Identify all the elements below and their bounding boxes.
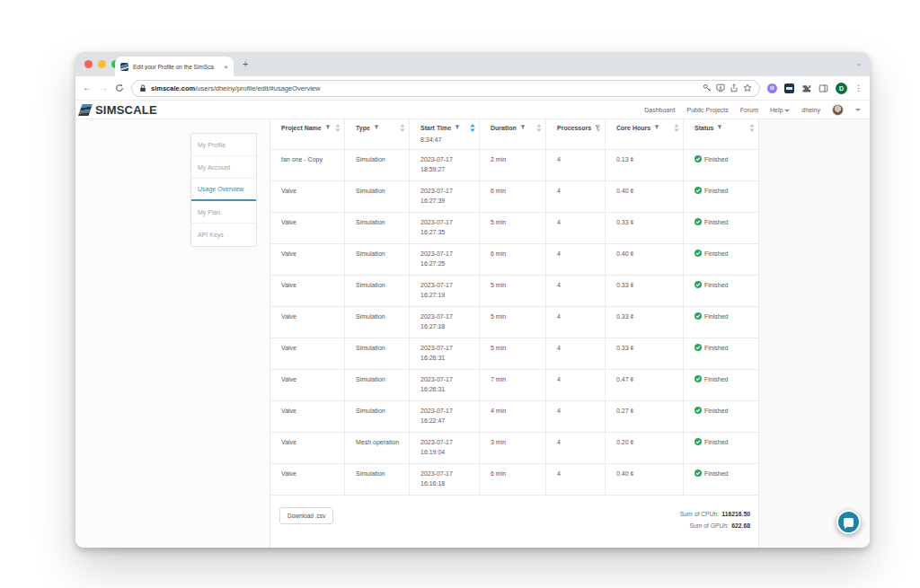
cell-project: Valve <box>270 276 345 306</box>
extension-purple-icon[interactable] <box>767 83 777 93</box>
finished-check-icon <box>694 470 702 477</box>
right-pane <box>759 119 870 548</box>
status-label: Finished <box>704 154 728 164</box>
cell-core-hours: 0.33 ¢ <box>606 307 684 338</box>
nav-dashboard[interactable]: Dashboard <box>644 107 675 113</box>
cell-duration: 7 min <box>480 370 546 400</box>
finished-check-icon <box>694 438 702 445</box>
sidebar-item[interactable]: My Plan <box>191 201 256 224</box>
tab-close-icon[interactable]: × <box>224 63 228 71</box>
forward-button[interactable]: → <box>99 83 108 92</box>
column-label: Duration <box>491 125 517 131</box>
tab-search-chevron-icon[interactable]: ⌄ <box>855 59 862 67</box>
finished-check-icon <box>694 312 702 320</box>
filter-funnel-icon[interactable] <box>520 125 526 130</box>
browser-tab[interactable]: Edit your Profile on the SimSca × <box>115 57 234 76</box>
cell-core-hours: 0.13 ¢ <box>606 150 684 180</box>
chrome-profile-avatar[interactable]: D <box>836 83 847 94</box>
cell-project: Valve <box>270 244 345 275</box>
back-button[interactable]: ← <box>83 83 92 92</box>
cell-duration: 6 min <box>480 181 546 212</box>
sidebar-item[interactable]: My Profile <box>191 134 256 156</box>
cell-duration: 6 min <box>480 244 546 275</box>
cell-core-hours <box>606 136 684 149</box>
cell-status: Finished <box>684 150 758 180</box>
left-pane: My Profile My Account Usage Overview My … <box>75 119 270 548</box>
table-footer: Download .csv Sum of CPUh:116216.50 Sum … <box>270 496 758 548</box>
profile-sidebar: My Profile My Account Usage Overview My … <box>190 133 257 247</box>
column-label: Project Name <box>281 125 322 131</box>
cell-duration: 2 min <box>480 150 546 180</box>
column-header[interactable]: Duration <box>480 119 546 136</box>
column-header[interactable]: Core Hours <box>606 119 684 136</box>
start-clock: 18:59:27 <box>420 164 473 174</box>
extensions-puzzle-icon[interactable] <box>801 83 811 93</box>
table-row: fan one - Copy Simulation 2023-07-17 18:… <box>270 150 758 181</box>
cell-type: Simulation <box>345 464 410 495</box>
sort-arrows-icon[interactable] <box>470 124 475 132</box>
filter-funnel-icon[interactable] <box>455 125 460 130</box>
cell-start-time: 2023-07-17 16:27:25 <box>410 244 480 275</box>
side-panel-icon[interactable] <box>818 83 828 93</box>
minimize-window-button[interactable] <box>98 60 106 68</box>
sidebar-item[interactable]: My Account <box>191 156 256 179</box>
filter-funnel-icon[interactable] <box>325 125 331 130</box>
column-header[interactable]: Start Time <box>410 119 480 136</box>
password-key-icon[interactable] <box>703 83 712 92</box>
start-clock: 16:26:31 <box>420 384 473 394</box>
column-header[interactable]: Status <box>684 119 758 136</box>
address-bar[interactable]: simscale.com/users/dheiny/profile/edit/#… <box>131 80 760 97</box>
start-date: 2023-07-17 <box>420 437 473 447</box>
cell-processors: 4 <box>546 244 606 275</box>
filter-funnel-icon[interactable] <box>717 125 722 130</box>
sort-arrows-icon[interactable] <box>536 124 542 132</box>
cell-core-hours: 0.20 ¢ <box>606 433 684 463</box>
install-app-icon[interactable] <box>716 83 725 92</box>
column-header[interactable]: Type <box>345 119 410 136</box>
account-chevron-down-icon[interactable] <box>855 109 861 111</box>
nav-help[interactable]: Help <box>770 107 790 113</box>
start-clock: 16:27:35 <box>420 227 473 237</box>
finished-check-icon <box>694 187 702 194</box>
finished-check-icon <box>694 344 702 351</box>
table-row: Valve Simulation 2023-07-17 16:27:25 6 m… <box>270 244 758 276</box>
column-header[interactable]: Processors <box>546 119 606 136</box>
start-clock: 16:16:18 <box>420 478 473 488</box>
finished-check-icon <box>694 375 702 382</box>
new-tab-button[interactable]: + <box>243 57 248 71</box>
filter-funnel-icon[interactable] <box>374 125 379 130</box>
sidebar-item[interactable]: Usage Overview <box>191 179 256 201</box>
chrome-menu-icon[interactable]: ⋮ <box>854 83 862 92</box>
nav-public-projects[interactable]: Public Projects <box>686 107 728 113</box>
close-window-button[interactable] <box>84 60 93 68</box>
cell-type: Simulation <box>345 370 410 400</box>
start-clock: 16:27:39 <box>420 196 473 206</box>
sidebar-item[interactable]: API Keys <box>191 224 256 246</box>
sort-arrows-icon[interactable] <box>749 124 755 132</box>
cell-status: Finished <box>684 433 758 463</box>
usage-sums: Sum of CPUh:116216.50 Sum of GPUh:622.68 <box>680 508 750 531</box>
column-header[interactable]: Project Name <box>270 119 345 136</box>
sort-arrows-icon[interactable] <box>674 124 679 132</box>
extension-navy-icon[interactable] <box>784 83 794 93</box>
filter-funnel-icon[interactable] <box>654 125 659 130</box>
start-date: 2023-07-17 <box>420 154 473 164</box>
sort-arrows-icon[interactable] <box>335 124 341 132</box>
bookmark-star-icon[interactable] <box>743 83 752 92</box>
share-icon[interactable] <box>730 83 739 92</box>
status-label: Finished <box>704 437 728 447</box>
nav-username[interactable]: dheiny <box>801 107 820 113</box>
column-label: Processors <box>557 125 591 131</box>
lock-icon[interactable] <box>139 84 146 92</box>
download-csv-button[interactable]: Download .csv <box>279 507 333 524</box>
cell-duration: 5 min <box>480 213 546 243</box>
sort-arrows-icon[interactable] <box>596 124 601 132</box>
start-date: 2023-07-17 <box>420 249 473 259</box>
cell-duration: 5 min <box>480 276 546 306</box>
simscale-logo[interactable]: SIMSCALE <box>78 103 157 117</box>
sort-arrows-icon[interactable] <box>400 124 405 132</box>
reload-button[interactable] <box>115 83 124 92</box>
chat-launcher-button[interactable] <box>836 510 861 534</box>
nav-forum[interactable]: Forum <box>740 107 758 113</box>
user-avatar[interactable] <box>832 104 844 116</box>
